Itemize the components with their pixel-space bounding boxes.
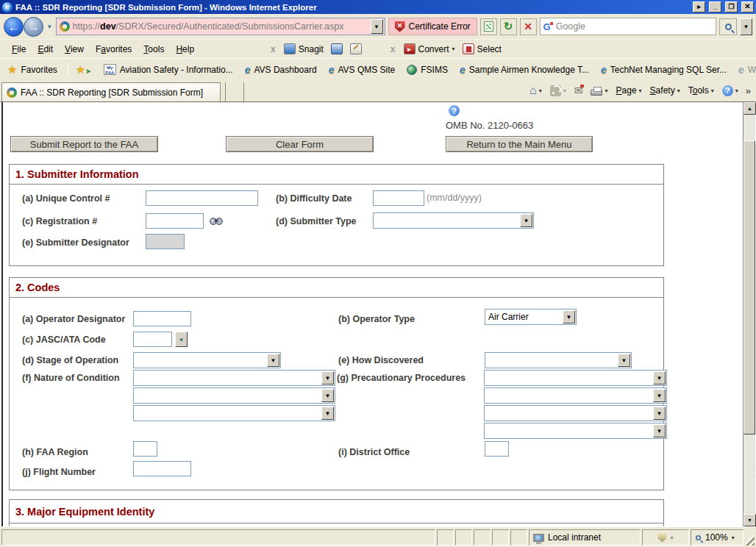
url-text[interactable]: https://dev/SDRX/Secured/Authenticated/S… — [73, 21, 368, 32]
search-input[interactable] — [554, 21, 713, 32]
chevron-down-icon: ▾ — [605, 87, 607, 94]
search-box[interactable]: G — [540, 18, 716, 35]
chevron-down-icon: ▾ — [735, 87, 738, 94]
faa-region-input[interactable] — [133, 441, 157, 457]
dropdown-arrow-icon[interactable]: ▼ — [563, 310, 575, 323]
snagit-edit-button[interactable] — [346, 43, 365, 54]
feeds-button[interactable]: ▾ — [547, 84, 569, 98]
favorite-item-sample-airmen[interactable]: e Sample Airmen Knowledge T... — [454, 63, 594, 76]
nature-of-condition-select-1[interactable]: ▼ — [133, 370, 335, 386]
ie-icon: e — [601, 65, 607, 75]
scrollbar-thumb[interactable] — [743, 140, 755, 435]
favorite-item-fsims[interactable]: FSIMS — [402, 63, 453, 76]
dropdown-arrow-icon[interactable]: ▼ — [653, 389, 666, 402]
favorite-item-web-slice-gallery[interactable]: e Web Slice Gallery ▾ — [733, 63, 756, 76]
adobe-toolbar-close-button[interactable]: x — [386, 44, 400, 54]
dropdown-arrow-icon[interactable]: ▼ — [321, 407, 334, 420]
read-mail-button[interactable]: ✉ — [571, 84, 586, 97]
protected-mode-pane[interactable]: ▾ — [642, 529, 689, 546]
label-nature-of-condition: (f) Nature of Condition — [22, 373, 120, 383]
precautionary-select-1[interactable]: ▼ — [484, 370, 667, 386]
home-button[interactable]: ⌂ ▾ — [527, 83, 545, 98]
favorites-button[interactable]: ★ Favorites — [4, 62, 63, 78]
dropdown-arrow-icon[interactable]: ▼ — [653, 371, 666, 385]
tab-sdr-reporting[interactable]: FAA :: SDR Reporting [SDR Submission For… — [1, 82, 221, 101]
convert-button[interactable]: ▸ Convert ▾ — [400, 43, 459, 54]
snagit-toolbar-button[interactable]: Snagit — [280, 43, 327, 54]
minimize-button[interactable]: _ — [709, 1, 721, 12]
recent-pages-chevron-icon[interactable]: ▾ — [46, 23, 53, 30]
search-go-button[interactable] — [719, 18, 737, 35]
scroll-up-button[interactable]: ▲ — [743, 102, 756, 115]
submit-report-button[interactable]: Submit Report to the FAA — [10, 136, 158, 152]
stop-button[interactable]: ✕ — [520, 18, 537, 35]
address-field[interactable]: https://dev/SDRX/Secured/Authenticated/S… — [56, 18, 385, 35]
operator-type-select[interactable]: Air Carrier ▼ — [485, 309, 577, 325]
menu-favorites[interactable]: Favorites — [90, 42, 138, 57]
dropdown-arrow-icon[interactable]: ▼ — [267, 354, 279, 367]
back-button[interactable]: ← — [4, 17, 24, 37]
tab-stub[interactable] — [225, 82, 244, 101]
how-discovered-select[interactable]: ▼ — [485, 352, 632, 368]
page-menu-button[interactable]: Page ▾ — [613, 84, 645, 97]
nature-of-condition-select-3[interactable]: ▼ — [133, 405, 335, 421]
return-main-menu-button[interactable]: Return to the Main Menu — [446, 136, 593, 152]
favorite-item-technet[interactable]: e TechNet Managing SQL Ser... — [596, 63, 732, 76]
zoom-pane[interactable]: 100% ▾ — [691, 529, 743, 546]
menu-file[interactable]: File — [6, 42, 32, 57]
select-button[interactable]: Select — [459, 43, 505, 54]
address-dropdown-button[interactable]: ▼ — [371, 19, 383, 34]
search-options-chevron-icon[interactable]: ▼ — [740, 18, 752, 35]
clear-form-button[interactable]: Clear Form — [226, 136, 374, 152]
safety-menu-button[interactable]: Safety ▾ — [647, 84, 683, 97]
refresh-button[interactable]: ↻ — [500, 18, 517, 35]
snagit-window-button[interactable] — [327, 43, 346, 54]
scroll-down-button[interactable]: ▼ — [743, 514, 756, 526]
forward-button[interactable]: → — [24, 17, 43, 37]
omb-help-icon[interactable]: ? — [449, 105, 460, 116]
jasc-ata-input[interactable] — [133, 332, 172, 347]
precautionary-select-4[interactable]: ▼ — [484, 423, 667, 439]
dropdown-arrow-icon[interactable]: ▼ — [653, 407, 666, 420]
favorite-item-avs-qms[interactable]: e AVS QMS Site — [324, 63, 401, 76]
binoculars-lookup-icon[interactable] — [209, 215, 224, 226]
resize-grip[interactable] — [745, 529, 755, 546]
menu-tools[interactable]: Tools — [138, 42, 170, 57]
dropdown-arrow-icon[interactable]: ▼ — [321, 389, 334, 402]
registration-input[interactable] — [146, 213, 204, 229]
snagit-toolbar-close-button[interactable]: x — [266, 44, 280, 54]
close-button[interactable]: ✕ — [741, 1, 754, 12]
dropdown-arrow-icon[interactable]: ▼ — [520, 214, 532, 227]
vertical-scrollbar[interactable]: ▲ ▼ — [743, 102, 755, 526]
favorite-item-avs-dashboard[interactable]: e AVS Dashboard — [240, 63, 322, 76]
toolbar-overflow-chevron-icon[interactable]: » — [743, 85, 753, 96]
certificate-error-badge[interactable]: ✕ Certificate Error — [388, 18, 477, 35]
menu-edit[interactable]: Edit — [32, 42, 59, 57]
favorite-label: FSIMS — [421, 65, 448, 75]
print-button[interactable]: ▾ — [588, 85, 610, 97]
dropdown-arrow-icon[interactable]: ▼ — [653, 424, 666, 437]
titlebar-context-button[interactable]: ▸ — [693, 1, 705, 12]
dropdown-arrow-icon[interactable]: ▼ — [321, 371, 334, 385]
stage-of-operation-select[interactable]: ▼ — [133, 352, 281, 368]
compatibility-view-icon — [484, 21, 493, 32]
submitter-type-select[interactable]: ▼ — [373, 212, 534, 229]
dropdown-arrow-icon[interactable]: ▼ — [618, 354, 630, 367]
precautionary-select-3[interactable]: ▼ — [484, 405, 667, 421]
difficulty-date-input[interactable] — [373, 190, 424, 206]
tools-menu-button[interactable]: Tools ▾ — [685, 84, 717, 97]
favorite-item-aviation-safety[interactable]: MyFAA Aviation Safety - Informatio... — [99, 62, 238, 76]
restore-button[interactable]: ❐ — [725, 1, 738, 12]
unique-control-input[interactable] — [146, 190, 258, 206]
menu-help[interactable]: Help — [170, 42, 200, 57]
district-office-input[interactable] — [485, 441, 509, 457]
add-favorite-button[interactable]: ★➤ — [73, 62, 97, 78]
precautionary-select-2[interactable]: ▼ — [484, 387, 667, 404]
operator-designator-input[interactable] — [133, 311, 191, 326]
compatibility-view-button[interactable] — [480, 18, 497, 35]
flight-number-input[interactable] — [133, 461, 191, 476]
jasc-ata-dropdown-button[interactable]: ▾ — [175, 332, 188, 347]
nature-of-condition-select-2[interactable]: ▼ — [133, 387, 335, 404]
help-menu-button[interactable]: ? ▾ — [719, 84, 741, 98]
menu-view[interactable]: View — [59, 42, 90, 57]
